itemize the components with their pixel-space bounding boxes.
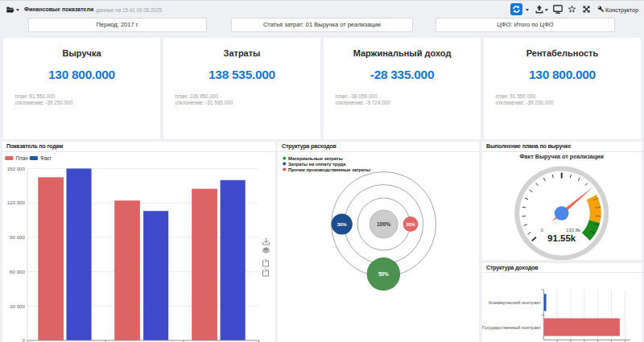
svg-text:Коммерческий контракт: Коммерческий контракт xyxy=(489,300,541,305)
svg-text:130.8k: 130.8k xyxy=(566,227,581,232)
svg-text:План: План xyxy=(16,155,29,160)
svg-text:50%: 50% xyxy=(378,270,389,276)
svg-text:Государственный контракт: Государственный контракт xyxy=(482,325,541,330)
svg-text:91.55k: 91.55k xyxy=(547,233,576,242)
svg-text:Материальные затраты: Материальные затраты xyxy=(288,156,343,161)
svg-text:120 000: 120 000 xyxy=(7,200,26,205)
svg-text:90 000: 90 000 xyxy=(10,234,25,240)
svg-text:30 000: 30 000 xyxy=(10,303,25,308)
svg-text:Факт Выручка от реализации: Факт Выручка от реализации xyxy=(519,152,603,159)
svg-text:30%: 30% xyxy=(337,221,348,226)
svg-text:0: 0 xyxy=(23,337,26,342)
svg-text:Факт: Факт xyxy=(40,155,52,160)
svg-text:Прочие производственные затрат: Прочие производственные затраты xyxy=(288,167,370,171)
svg-text:Затраты на оплату труда: Затраты на оплату труда xyxy=(288,161,346,166)
svg-text:100%: 100% xyxy=(377,221,390,227)
svg-text:20%: 20% xyxy=(406,221,415,226)
svg-text:150 000: 150 000 xyxy=(7,165,26,171)
svg-text:60 000: 60 000 xyxy=(10,268,25,274)
